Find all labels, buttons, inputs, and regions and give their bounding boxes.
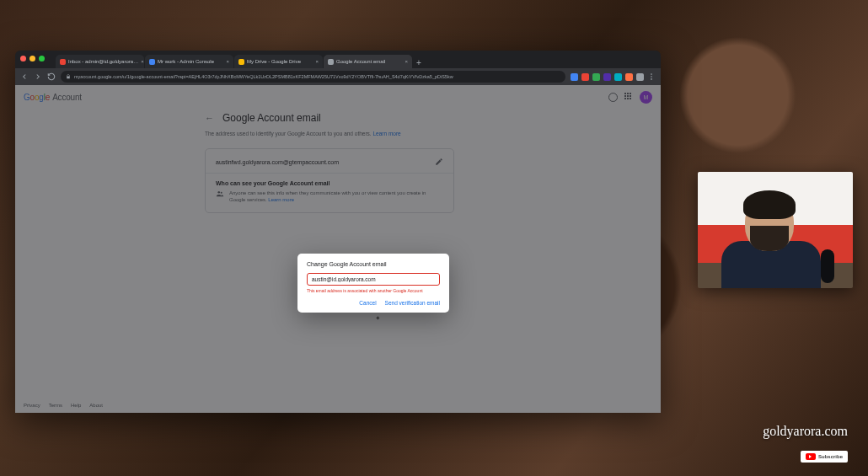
url-text: myaccount.google.com/u/1/google-account-… xyxy=(74,74,453,79)
extension-icon[interactable] xyxy=(636,73,644,81)
presenter-figure xyxy=(720,190,821,288)
microphone-icon xyxy=(821,249,834,283)
minimize-window-button[interactable] xyxy=(29,56,35,62)
favicon-icon xyxy=(328,59,334,65)
tab-label: Google Account email xyxy=(336,59,385,64)
close-window-button[interactable] xyxy=(20,56,26,62)
subscribe-label: Subscribe xyxy=(818,454,843,459)
favicon-icon xyxy=(60,59,66,65)
browser-menu-button[interactable] xyxy=(647,72,656,81)
tab-label: Mr work - Admin Console xyxy=(158,59,214,64)
cancel-button[interactable]: Cancel xyxy=(359,300,376,306)
browser-tab[interactable]: Inbox - admin@id.goldyarora… × xyxy=(56,55,144,68)
tab-strip: Inbox - admin@id.goldyarora… × Mr work -… xyxy=(56,53,656,68)
close-tab-icon[interactable]: × xyxy=(315,59,319,64)
dialog-title: Change Google Account email xyxy=(307,261,440,267)
back-button[interactable] xyxy=(20,72,29,81)
extension-icon[interactable] xyxy=(571,73,578,81)
favicon-icon xyxy=(238,59,244,65)
tab-label: Inbox - admin@id.goldyarora… xyxy=(68,59,138,64)
browser-window: Inbox - admin@id.goldyarora… × Mr work -… xyxy=(15,51,661,413)
new-email-input[interactable] xyxy=(307,273,440,286)
reload-button[interactable] xyxy=(47,72,56,81)
lock-icon xyxy=(66,74,71,79)
page-viewport: GoogleAccount M ← Google Account email T… xyxy=(15,85,661,413)
address-bar[interactable]: myaccount.google.com/u/1/google-account-… xyxy=(61,71,565,83)
extensions-area xyxy=(571,72,656,81)
subscribe-badge[interactable]: Subscribe xyxy=(801,451,848,463)
dialog-error-text: This email address is associated with an… xyxy=(307,288,440,293)
youtube-icon xyxy=(806,453,816,460)
send-verification-button[interactable]: Send verification email xyxy=(385,300,440,306)
browser-toolbar: myaccount.google.com/u/1/google-account-… xyxy=(15,68,661,85)
extension-icon[interactable] xyxy=(581,73,589,81)
extension-icon[interactable] xyxy=(614,73,622,81)
watermark-text: goldyarora.com xyxy=(763,424,848,439)
svg-point-1 xyxy=(651,76,652,78)
new-tab-button[interactable]: + xyxy=(413,56,425,68)
webcam-overlay xyxy=(698,172,853,288)
close-tab-icon[interactable]: × xyxy=(141,59,144,64)
extension-icon[interactable] xyxy=(592,73,600,81)
svg-point-2 xyxy=(651,78,652,80)
close-tab-icon[interactable]: × xyxy=(226,59,229,64)
desktop-background: Inbox - admin@id.goldyarora… × Mr work -… xyxy=(0,0,868,476)
browser-tab[interactable]: My Drive - Google Drive × xyxy=(234,55,323,68)
svg-point-0 xyxy=(651,73,652,75)
change-email-dialog: Change Google Account email This email a… xyxy=(297,254,449,313)
zoom-window-button[interactable] xyxy=(39,56,45,62)
extension-icon[interactable] xyxy=(603,73,611,81)
browser-tab[interactable]: Mr work - Admin Console × xyxy=(145,55,233,68)
tab-label: My Drive - Google Drive xyxy=(247,59,301,64)
forward-button[interactable] xyxy=(34,72,42,81)
extension-icon[interactable] xyxy=(625,73,633,81)
close-tab-icon[interactable]: × xyxy=(405,59,408,64)
browser-tab-active[interactable]: Google Account email × xyxy=(324,55,412,68)
favicon-icon xyxy=(149,59,155,65)
window-controls[interactable] xyxy=(20,56,45,62)
modal-scrim[interactable] xyxy=(15,85,661,413)
